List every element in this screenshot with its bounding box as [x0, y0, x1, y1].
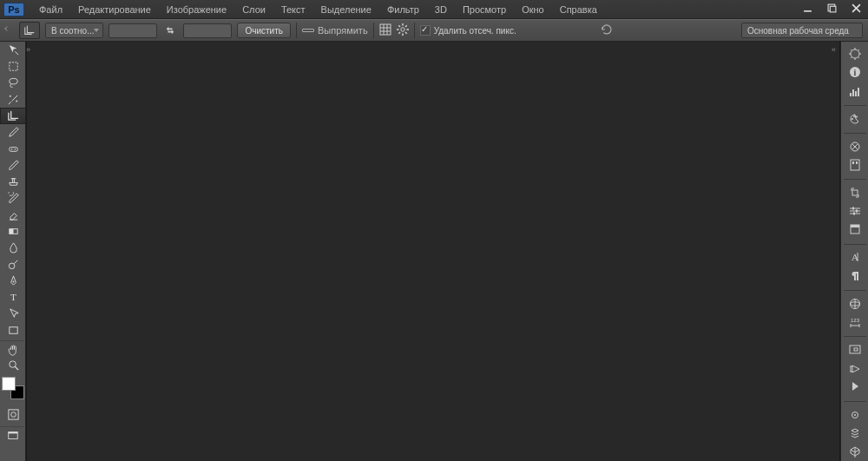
minimize-button[interactable] — [795, 0, 819, 17]
swap-dimensions-icon[interactable] — [162, 23, 178, 38]
crop-options-button[interactable] — [397, 23, 409, 37]
canvas-area[interactable] — [26, 42, 840, 461]
svg-rect-53 — [858, 88, 859, 96]
panels-dock: i A 123 — [840, 42, 868, 461]
divider — [296, 23, 297, 38]
clear-button[interactable]: Очистить — [237, 23, 291, 38]
panel-histogram[interactable] — [844, 82, 866, 99]
svg-point-22 — [16, 100, 17, 102]
svg-line-34 — [15, 366, 18, 370]
workspace-dropdown[interactable]: Основная рабочая среда — [741, 23, 863, 38]
height-field[interactable] — [183, 23, 232, 38]
delete-cropped-checkbox[interactable]: Удалить отсеч. пикс. — [420, 25, 516, 36]
tool-type[interactable]: T — [0, 289, 26, 306]
panel-properties[interactable] — [844, 405, 866, 423]
menu-layer[interactable]: Слои — [234, 2, 273, 17]
menu-filter[interactable]: Фильтр — [379, 2, 427, 17]
panel-color[interactable] — [844, 45, 866, 63]
tool-brush[interactable] — [0, 157, 26, 174]
svg-rect-28 — [9, 229, 13, 234]
tool-dodge[interactable] — [0, 256, 26, 273]
width-field[interactable] — [108, 23, 157, 38]
panel-separator — [844, 133, 866, 134]
ratio-preset-dropdown[interactable]: В соотно... — [45, 23, 103, 38]
menu-edit[interactable]: Редактирование — [70, 2, 159, 17]
collapse-left-icon[interactable]: » — [26, 45, 35, 54]
tool-wand[interactable] — [0, 91, 26, 108]
svg-point-30 — [12, 281, 14, 283]
panel-tool-presets[interactable] — [844, 202, 866, 220]
panel-paragraph[interactable] — [844, 267, 866, 285]
active-tool-icon[interactable] — [19, 22, 40, 39]
menu-file[interactable]: Файл — [31, 2, 70, 17]
divider — [414, 23, 415, 38]
svg-rect-5 — [380, 24, 391, 35]
close-button[interactable] — [844, 0, 868, 17]
menu-3d[interactable]: 3D — [427, 2, 455, 17]
menu-select[interactable]: Выделение — [313, 2, 379, 17]
svg-point-82 — [854, 414, 856, 416]
undo-history-icon[interactable] — [597, 23, 615, 37]
collapse-right-icon[interactable]: « — [832, 45, 840, 54]
screen-mode-button[interactable] — [0, 426, 26, 443]
panel-info[interactable]: i — [844, 63, 866, 81]
foreground-background-swatch[interactable] — [2, 377, 24, 399]
svg-rect-59 — [852, 161, 854, 164]
panel-brush[interactable] — [844, 138, 866, 155]
menu-help[interactable]: Справка — [552, 2, 605, 17]
panel-channels[interactable] — [844, 443, 866, 460]
panel-character[interactable]: A — [844, 248, 866, 266]
tool-move[interactable] — [0, 42, 26, 58]
panel-swatches[interactable] — [844, 110, 866, 128]
menu-view[interactable]: Просмотр — [455, 2, 514, 17]
panel-layers[interactable] — [844, 425, 866, 442]
tool-gradient[interactable] — [0, 223, 26, 240]
divider — [373, 23, 374, 38]
panel-clone-source[interactable] — [844, 184, 866, 201]
svg-rect-19 — [9, 63, 16, 70]
tool-eyedropper[interactable] — [0, 124, 26, 141]
svg-point-36 — [10, 412, 16, 418]
quick-mask-button[interactable] — [0, 406, 26, 423]
svg-text:T: T — [10, 292, 16, 302]
tool-rectangle[interactable] — [0, 322, 26, 339]
svg-line-47 — [851, 57, 852, 59]
panel-grip-icon[interactable] — [5, 27, 12, 34]
svg-rect-66 — [856, 210, 858, 213]
svg-rect-60 — [856, 161, 858, 164]
straighten-label: Выпрямить — [318, 25, 368, 36]
foreground-color[interactable] — [2, 377, 16, 391]
tool-history-brush[interactable] — [0, 190, 26, 207]
tool-marquee[interactable] — [0, 58, 26, 75]
panel-timeline[interactable] — [844, 359, 866, 377]
menu-image[interactable]: Изображение — [159, 2, 234, 17]
tool-pen[interactable] — [0, 273, 26, 289]
tool-blur[interactable] — [0, 240, 26, 256]
tool-zoom[interactable] — [0, 357, 26, 373]
svg-point-20 — [9, 78, 16, 84]
tool-path-selection[interactable] — [0, 306, 26, 322]
panel-3d[interactable] — [844, 295, 866, 313]
panel-actions[interactable] — [844, 378, 866, 395]
menu-type[interactable]: Текст — [273, 2, 313, 17]
tool-eraser[interactable] — [0, 207, 26, 223]
svg-rect-38 — [9, 432, 18, 434]
tool-healing-brush[interactable] — [0, 141, 26, 157]
menu-window[interactable]: Окно — [514, 2, 552, 17]
tool-crop[interactable] — [0, 108, 26, 124]
app-logo[interactable]: Ps — [3, 3, 24, 16]
straighten-button[interactable]: Выпрямить — [302, 25, 368, 36]
svg-text:123: 123 — [850, 318, 859, 323]
svg-point-21 — [9, 95, 10, 97]
svg-point-33 — [9, 361, 16, 368]
tool-hand[interactable] — [0, 340, 26, 357]
tool-lasso[interactable] — [0, 75, 26, 91]
tool-clone-stamp[interactable] — [0, 174, 26, 190]
panel-brush-presets[interactable] — [844, 156, 866, 174]
panel-layer-comps[interactable] — [844, 221, 866, 238]
maximize-button[interactable] — [819, 0, 844, 17]
grid-overlay-button[interactable] — [379, 23, 391, 37]
panel-navigator[interactable] — [844, 341, 866, 359]
panel-measurement[interactable]: 123 — [844, 313, 866, 331]
svg-line-16 — [405, 32, 407, 34]
